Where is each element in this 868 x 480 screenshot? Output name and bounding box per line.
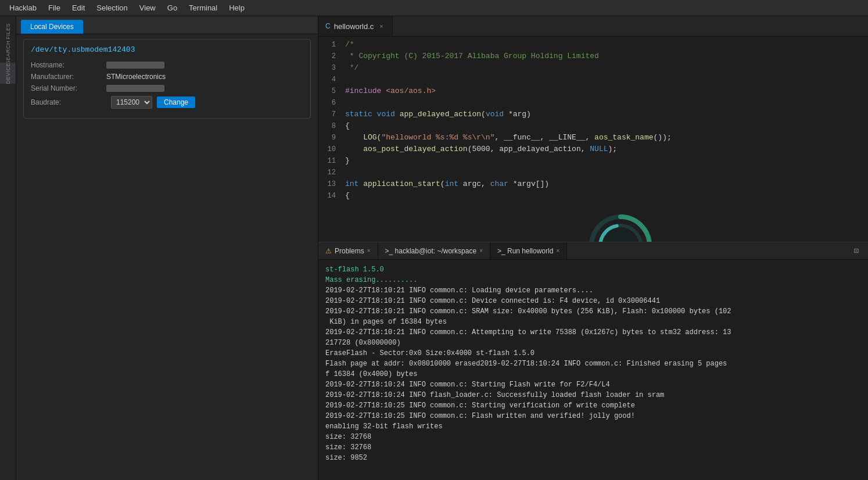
code-editor: 1/*2 * Copyright (C) 2015-2017 Alibaba G… bbox=[318, 37, 868, 242]
code-line: 5#include <aos/aos.h> bbox=[318, 85, 868, 97]
maximize-icon[interactable]: ⊡ bbox=[849, 246, 863, 256]
line-content: */ bbox=[345, 62, 358, 74]
line-number: 8 bbox=[318, 120, 345, 132]
tab-run-helloworld[interactable]: >_ Run helloworld × bbox=[490, 242, 567, 259]
menu-edit[interactable]: Edit bbox=[67, 2, 89, 13]
terminal-line: 2019-02-27T18:10:21 INFO common.c: Attem… bbox=[325, 327, 861, 338]
code-line: 3 */ bbox=[318, 62, 868, 74]
line-number: 3 bbox=[318, 62, 345, 74]
code-line: 6 bbox=[318, 97, 868, 109]
line-content: aos_post_delayed_action(5000, app_delaye… bbox=[345, 144, 617, 155]
terminal-area: ⚠ Problems × >_ hacklab@iot: ~/workspace… bbox=[318, 242, 868, 480]
baudrate-row: Baudrate: 115200 9600 57600 Change bbox=[31, 96, 303, 109]
line-number: 1 bbox=[318, 39, 345, 51]
tab-problems[interactable]: ⚠ Problems × bbox=[318, 242, 378, 259]
editor-tabs: C helloworld.c × bbox=[318, 16, 868, 37]
line-content: int application_start(int argc, char *ar… bbox=[345, 178, 549, 190]
terminal-line: 2019-02-27T18:10:21 INFO common.c: SRAM … bbox=[325, 306, 861, 317]
manufacturer-row: Manufacturer: STMicroelectronics bbox=[31, 73, 303, 81]
code-line: 10 aos_post_delayed_action(5000, app_del… bbox=[318, 144, 868, 155]
hacklab-tab-label: >_ hacklab@iot: ~/workspace bbox=[385, 247, 477, 255]
terminal-line: size: 32768 bbox=[325, 432, 861, 442]
editor-tab-helloworld[interactable]: C helloworld.c × bbox=[318, 16, 393, 36]
menu-go[interactable]: Go bbox=[163, 2, 182, 13]
terminal-line: size: 9852 bbox=[325, 453, 861, 463]
terminal-line: 2019-02-27T18:10:21 INFO common.c: Devic… bbox=[325, 296, 861, 306]
editor-tab-filename: helloworld.c bbox=[334, 22, 374, 31]
code-line: 13int application_start(int argc, char *… bbox=[318, 178, 868, 190]
line-number: 6 bbox=[318, 97, 345, 109]
problems-tab-close[interactable]: × bbox=[367, 248, 371, 254]
left-panel-tabs: Local Devices bbox=[16, 16, 318, 34]
terminal-line: 2019-02-27T18:10:24 INFO common.c: Start… bbox=[325, 379, 861, 390]
run-tab-close[interactable]: × bbox=[556, 248, 559, 254]
menu-bar: Hacklab File Edit Selection View Go Term… bbox=[0, 0, 868, 16]
line-content: { bbox=[345, 190, 350, 202]
line-content: * Copyright (C) 2015-2017 Alibaba Group … bbox=[345, 51, 599, 62]
tab-hacklab-workspace[interactable]: >_ hacklab@iot: ~/workspace × bbox=[378, 242, 490, 259]
sidebar-item-device[interactable]: Device bbox=[0, 63, 16, 84]
terminal-line: 2019-02-27T18:10:21 INFO common.c: Loadi… bbox=[325, 285, 861, 296]
line-number: 7 bbox=[318, 109, 345, 120]
baudrate-label: Baudrate: bbox=[31, 98, 106, 106]
terminal-line: enabling 32-bit flash writes bbox=[325, 421, 861, 432]
menu-file[interactable]: File bbox=[44, 2, 65, 13]
terminal-line: KiB) in pages of 16384 bytes bbox=[325, 317, 861, 327]
line-content: #include <aos/aos.h> bbox=[345, 85, 436, 97]
line-number: 9 bbox=[318, 132, 345, 144]
menu-help[interactable]: Help bbox=[224, 2, 249, 13]
menu-hacklab[interactable]: Hacklab bbox=[5, 2, 41, 13]
problems-tab-label: Problems bbox=[335, 247, 364, 255]
line-number: 13 bbox=[318, 178, 345, 190]
sidebar-item-search[interactable]: Search bbox=[0, 42, 16, 63]
menu-terminal[interactable]: Terminal bbox=[184, 2, 222, 13]
hacklab-tab-close[interactable]: × bbox=[479, 248, 483, 254]
menu-view[interactable]: View bbox=[135, 2, 160, 13]
sidebar-device-label: Device bbox=[5, 63, 11, 84]
line-number: 12 bbox=[318, 167, 345, 178]
terminal-line: size: 32768 bbox=[325, 442, 861, 453]
line-number: 2 bbox=[318, 51, 345, 62]
hostname-label: Hostname: bbox=[31, 61, 106, 69]
hostname-row: Hostname: bbox=[31, 61, 303, 69]
warn-icon: ⚠ bbox=[325, 247, 332, 255]
terminal-line: 2019-02-27T18:10:24 INFO flash_loader.c:… bbox=[325, 390, 861, 400]
hostname-value bbox=[106, 62, 164, 69]
code-scroll[interactable]: 1/*2 * Copyright (C) 2015-2017 Alibaba G… bbox=[318, 37, 868, 242]
line-number: 10 bbox=[318, 144, 345, 155]
line-content: /* bbox=[345, 39, 354, 51]
line-number: 11 bbox=[318, 155, 345, 167]
line-content: } bbox=[345, 155, 350, 167]
terminal-tabs: ⚠ Problems × >_ hacklab@iot: ~/workspace… bbox=[318, 242, 868, 260]
line-content: LOG("helloworld %s:%d %s\r\n", __func__,… bbox=[345, 132, 672, 144]
code-line: 14{ bbox=[318, 190, 868, 202]
sidebar-icons: Files Search Device bbox=[0, 16, 16, 480]
device-path: /dev/tty.usbmodem142403 bbox=[31, 45, 303, 54]
code-line: 8{ bbox=[318, 120, 868, 132]
terminal-line: Mass erasing.......... bbox=[325, 275, 861, 285]
code-line: 9 LOG("helloworld %s:%d %s\r\n", __func_… bbox=[318, 132, 868, 144]
code-line: 7static void app_delayed_action(void *ar… bbox=[318, 109, 868, 120]
code-line: 4 bbox=[318, 74, 868, 85]
sidebar-search-label: Search bbox=[5, 41, 11, 65]
line-number: 5 bbox=[318, 85, 345, 97]
change-button[interactable]: Change bbox=[157, 96, 195, 108]
main-layout: Files Search Device Local Devices /dev/t… bbox=[0, 16, 868, 480]
sidebar-item-files[interactable]: Files bbox=[0, 21, 16, 42]
editor-tab-close[interactable]: × bbox=[377, 22, 385, 30]
code-line: 12 bbox=[318, 167, 868, 178]
terminal-line: f 16384 (0x4000) bytes bbox=[325, 369, 861, 379]
baudrate-select[interactable]: 115200 9600 57600 bbox=[111, 96, 152, 109]
run-tab-label: >_ Run helloworld bbox=[497, 247, 553, 255]
sidebar-files-label: Files bbox=[5, 23, 11, 40]
serial-row: Serial Number: bbox=[31, 84, 303, 92]
terminal-content[interactable]: st-flash 1.5.0Mass erasing..........2019… bbox=[318, 260, 868, 480]
manufacturer-value: STMicroelectronics bbox=[106, 73, 166, 81]
menu-selection[interactable]: Selection bbox=[92, 2, 132, 13]
right-panel: C helloworld.c × 1/*2 * Copyright bbox=[318, 16, 868, 480]
line-content: { bbox=[345, 120, 350, 132]
terminal-line: 217728 (0x8000000) bbox=[325, 338, 861, 348]
tab-local-devices[interactable]: Local Devices bbox=[21, 20, 83, 34]
line-content: static void app_delayed_action(void *arg… bbox=[345, 109, 531, 120]
line-number: 14 bbox=[318, 190, 345, 202]
